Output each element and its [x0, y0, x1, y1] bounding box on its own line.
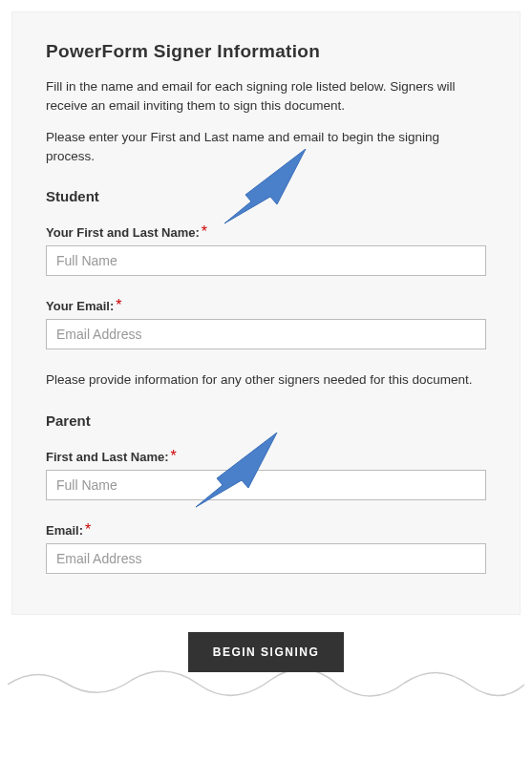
student-email-label: Your Email:: [46, 299, 114, 313]
parent-heading: Parent: [46, 412, 486, 429]
parent-name-label: First and Last Name:: [46, 450, 169, 464]
other-signers-text: Please provide information for any other…: [46, 370, 486, 390]
required-mark: *: [116, 297, 121, 313]
parent-name-input[interactable]: [46, 470, 486, 500]
parent-email-input[interactable]: [46, 543, 486, 574]
parent-email-group: Email:*: [46, 521, 486, 574]
page-title: PowerForm Signer Information: [46, 41, 486, 62]
student-heading: Student: [46, 188, 486, 204]
student-email-group: Your Email:*: [46, 297, 486, 349]
begin-signing-button[interactable]: BEGIN SIGNING: [188, 632, 345, 672]
intro-text-1: Fill in the name and email for each sign…: [46, 77, 486, 115]
intro-text-2: Please enter your First and Last name an…: [46, 128, 486, 165]
powerform-panel: PowerForm Signer Information Fill in the…: [11, 11, 521, 615]
student-email-input[interactable]: [46, 319, 486, 349]
footer: BEGIN SIGNING: [0, 632, 532, 672]
student-name-label: Your First and Last Name:: [46, 225, 200, 240]
required-mark: *: [171, 448, 177, 464]
required-mark: *: [85, 521, 91, 538]
required-mark: *: [202, 223, 207, 240]
parent-email-label: Email:: [46, 523, 83, 538]
student-name-group: Your First and Last Name:*: [46, 223, 486, 276]
parent-name-group: First and Last Name:*: [46, 448, 486, 500]
student-name-input[interactable]: [46, 245, 486, 276]
